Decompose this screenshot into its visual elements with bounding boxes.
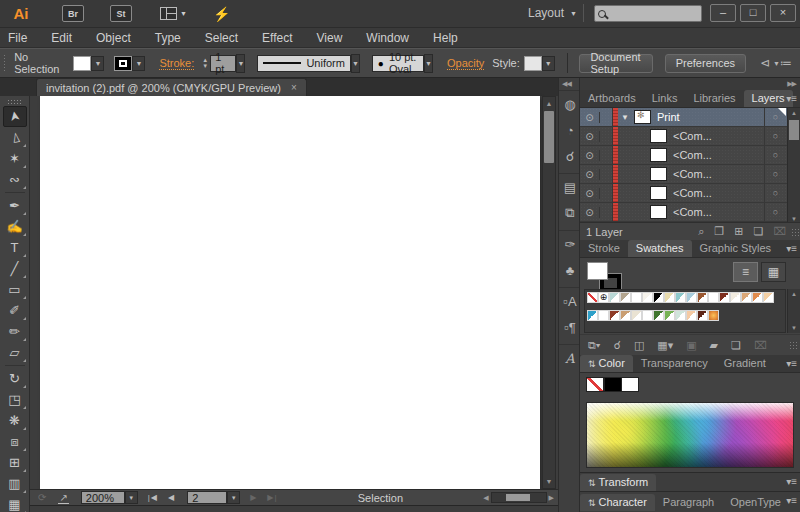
- panel-menu-icon[interactable]: ▾≡: [786, 93, 797, 104]
- target-circle-icon[interactable]: ○: [764, 203, 786, 221]
- white-swatch[interactable]: [622, 378, 638, 391]
- horizontal-scroll-track[interactable]: [491, 492, 547, 503]
- rotate-tool[interactable]: ↻: [3, 368, 27, 389]
- selection-tool[interactable]: ➤: [3, 106, 27, 127]
- image-trace-icon[interactable]: ☌: [559, 143, 581, 169]
- swatch-#8fc9cb[interactable]: [675, 292, 686, 303]
- character-styles-icon[interactable]: ▫A: [559, 288, 581, 314]
- grid-view-icon[interactable]: ▦: [761, 262, 786, 282]
- panel-menu-icon[interactable]: ▾≡: [786, 243, 797, 254]
- zoom-level-field[interactable]: 200%: [81, 491, 125, 504]
- fill-proxy-icon[interactable]: [587, 262, 608, 280]
- brush-select[interactable]: ● 10 pt. Oval: [372, 55, 424, 72]
- tab-graphic-styles[interactable]: Graphic Styles: [692, 240, 780, 257]
- swatch-none[interactable]: [587, 292, 598, 303]
- layer-name[interactable]: <Com...: [673, 206, 712, 218]
- swatch-#8e3b26[interactable]: [609, 310, 620, 321]
- pencil-tool[interactable]: ✏: [3, 321, 27, 342]
- scroll-up-icon[interactable]: ▲: [788, 289, 800, 299]
- horizontal-scrollbar[interactable]: ◀ ▶: [483, 492, 554, 503]
- menu-window[interactable]: Window: [354, 31, 421, 45]
- swatch-#2fa0c8[interactable]: [587, 310, 598, 321]
- paintbrush-tool[interactable]: ✐: [3, 300, 27, 321]
- delete-swatch-icon[interactable]: ⌧: [754, 339, 767, 352]
- control-panel-menu-icon[interactable]: ≔: [780, 56, 792, 70]
- menu-help[interactable]: Help: [421, 31, 470, 45]
- swatch-#c99e72[interactable]: [620, 310, 631, 321]
- layer-row[interactable]: ⊙<Com...○: [580, 184, 800, 203]
- line-segment-tool[interactable]: ╱: [3, 258, 27, 279]
- swatch-#9a5730[interactable]: [697, 292, 708, 303]
- layer-row[interactable]: ⊙<Com...○: [580, 127, 800, 146]
- layer-thumbnail[interactable]: [650, 129, 667, 143]
- fill-swatch[interactable]: [73, 56, 91, 71]
- swatch-#ffffff[interactable]: [642, 310, 653, 321]
- layers-scroll-thumb[interactable]: [789, 120, 799, 140]
- menu-object[interactable]: Object: [84, 31, 143, 45]
- layer-thumbnail[interactable]: [634, 110, 651, 124]
- search-input[interactable]: [606, 8, 701, 19]
- layer-name[interactable]: <Com...: [673, 168, 712, 180]
- stock-button[interactable]: St: [110, 5, 132, 22]
- swatch-#e9dcae[interactable]: [664, 292, 675, 303]
- chevron-down-icon[interactable]: ▼: [424, 54, 433, 73]
- tab-stroke[interactable]: Stroke: [580, 240, 628, 257]
- black-swatch[interactable]: [605, 378, 621, 391]
- target-circle-icon[interactable]: ○: [764, 127, 786, 145]
- menu-type[interactable]: Type: [143, 31, 193, 45]
- opacity-panel-link[interactable]: Opacity: [447, 57, 484, 70]
- resize-grip[interactable]: [791, 228, 799, 236]
- glyphs-panel-icon[interactable]: A: [559, 345, 581, 371]
- curvature-tool[interactable]: ✍: [3, 216, 27, 237]
- fill-color-control[interactable]: ▼: [73, 56, 104, 71]
- artboard-number-field[interactable]: 2: [187, 491, 227, 504]
- type-tool[interactable]: T: [3, 237, 27, 258]
- resize-grip[interactable]: [789, 341, 797, 349]
- lasso-tool[interactable]: ∾: [3, 169, 27, 190]
- swatch-#b3a58f[interactable]: [620, 292, 631, 303]
- panel-menu-icon[interactable]: ▾≡: [786, 358, 797, 369]
- scroll-right-icon[interactable]: ▶: [549, 494, 554, 502]
- width-tool[interactable]: ❋: [3, 410, 27, 431]
- swatch-#f6f3ec[interactable]: [642, 292, 653, 303]
- pathfinder-icon[interactable]: ⧉: [559, 200, 581, 226]
- swatch-kinds-icon[interactable]: ◫: [634, 339, 644, 352]
- tab-artboards[interactable]: Artboards: [580, 90, 644, 107]
- fill-stroke-proxy[interactable]: [587, 262, 621, 292]
- swatch-#dca878[interactable]: [741, 292, 752, 303]
- stroke-panel-link[interactable]: Stroke:: [159, 57, 194, 70]
- new-sublayer-icon[interactable]: ⊞: [734, 225, 743, 238]
- chevron-down-icon[interactable]: ▼: [236, 54, 245, 73]
- swatch-#7e2e1d[interactable]: [719, 292, 730, 303]
- gradient-icon[interactable]: ◔: [559, 117, 581, 143]
- menu-view[interactable]: View: [305, 31, 355, 45]
- chevron-down-icon[interactable]: ▼: [91, 56, 104, 71]
- swatch-#ffffff[interactable]: [631, 292, 642, 303]
- visibility-eye-icon[interactable]: ⊙: [580, 112, 600, 123]
- gpu-performance-icon[interactable]: ⚡: [213, 6, 230, 22]
- swatch-#ffffff[interactable]: [708, 292, 719, 303]
- swatch-#41762f[interactable]: [653, 310, 664, 321]
- close-tab-icon[interactable]: ×: [291, 82, 297, 93]
- share-icon[interactable]: ↗: [58, 492, 68, 504]
- lock-column[interactable]: [600, 203, 613, 221]
- swatch-#a9cddc[interactable]: [686, 292, 697, 303]
- maximize-button[interactable]: □: [740, 4, 766, 22]
- menu-select[interactable]: Select: [193, 31, 250, 45]
- vertical-scrollbar[interactable]: ▲ ▼: [542, 96, 556, 489]
- free-transform-tool[interactable]: ⧈: [3, 431, 27, 452]
- panel-menu-icon[interactable]: ▾≡: [786, 495, 797, 506]
- panel-grip[interactable]: [3, 54, 6, 72]
- layer-thumbnail[interactable]: [650, 148, 667, 162]
- swatch-#b9d8d6[interactable]: [609, 292, 620, 303]
- paragraph-styles-icon[interactable]: ▫¶: [559, 314, 581, 340]
- lock-column[interactable]: [600, 184, 613, 202]
- column-graph-tool[interactable]: ▥: [3, 473, 27, 494]
- stroke-color-control[interactable]: ▼: [114, 56, 145, 71]
- scroll-down-icon[interactable]: ▼: [788, 323, 800, 333]
- new-color-group-icon[interactable]: ▰: [710, 339, 718, 352]
- tab-color[interactable]: ⇅Color: [580, 355, 633, 372]
- panel-menu-icon[interactable]: ▾≡: [786, 476, 797, 487]
- panel-grip[interactable]: [7, 99, 23, 104]
- tab-paragraph[interactable]: Paragraph: [655, 494, 722, 511]
